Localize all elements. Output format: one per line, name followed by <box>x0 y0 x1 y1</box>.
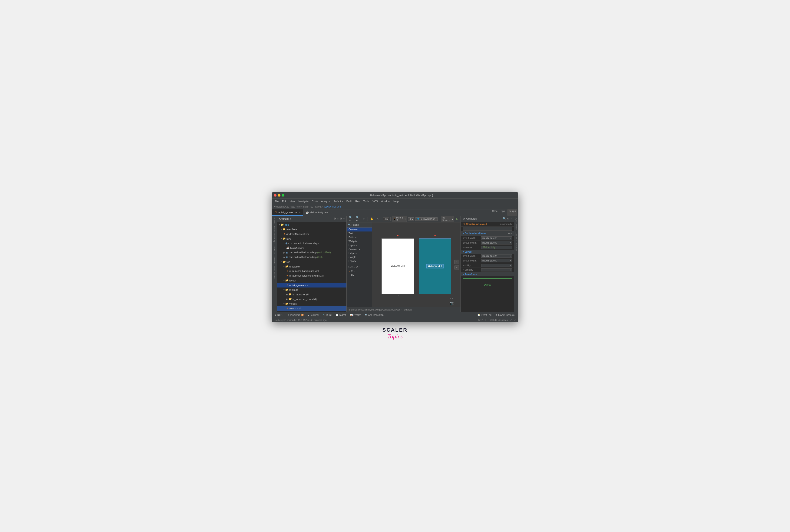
breadcrumb-constraint[interactable]: androidx.constraintlayout.widget.Constra… <box>349 308 400 311</box>
breadcrumb-res[interactable]: res <box>310 206 313 208</box>
menu-edit[interactable]: Edit <box>281 200 288 203</box>
menu-window[interactable]: Window <box>380 200 391 203</box>
project-strip-btn[interactable]: Project <box>273 217 276 225</box>
breadcrumb-app2[interactable]: app <box>291 206 295 208</box>
menu-analyze[interactable]: Analyze <box>320 200 331 203</box>
tree-manifests[interactable]: ▾ 📂 manifests <box>277 227 346 232</box>
sort-icon[interactable]: ≡ <box>337 217 339 220</box>
attr-lh-value[interactable]: match_parent ▾ <box>481 259 512 262</box>
adb-wifi-label[interactable]: ADB Wi-Fi <box>515 232 517 241</box>
menu-run[interactable]: Run <box>354 200 361 203</box>
tree-drawable[interactable]: ▾ 📂 drawable <box>277 264 346 269</box>
app-selector[interactable]: 🌐 HelloWorldApp ▾ <box>415 217 438 221</box>
tree-ic-launcher-round[interactable]: ▶ 📂 ic_launcher_round (6) <box>277 297 346 301</box>
screenshot-icon[interactable]: 📷 <box>449 301 454 305</box>
tab-main-activity[interactable]: ☕ MainActivity.java × <box>303 209 334 216</box>
breadcrumb-textview[interactable]: TextView <box>403 308 412 311</box>
attr-context-value[interactable]: .MainActivity <box>481 246 512 249</box>
menu-file[interactable]: File <box>273 200 280 203</box>
collapse-icon[interactable]: ▾ <box>463 232 464 235</box>
device-selector[interactable]: 📱 Pixel 3 XL ▾ <box>392 216 407 222</box>
menu-build[interactable]: Build <box>345 200 353 203</box>
tree-activity-main[interactable]: ✦ activity_main.xml <box>277 283 346 287</box>
menu-code[interactable]: Code <box>310 200 319 203</box>
app-inspection-tab[interactable]: 🔍 App Inspection <box>363 313 385 317</box>
menu-tools[interactable]: Tools <box>362 200 371 203</box>
attr-vis-value[interactable]: ▾ <box>481 264 512 267</box>
palette-layouts[interactable]: Layouts <box>347 243 372 247</box>
palette-common[interactable]: Common <box>347 228 372 231</box>
tree-ic-launcher[interactable]: ▶ 📂 ic_launcher (6) <box>277 292 346 297</box>
tree-ic-background[interactable]: ✦ ic_launcher_background.xml <box>277 269 346 273</box>
favorites-btn[interactable]: Favorites <box>273 255 276 265</box>
tree-package-main[interactable]: ▾ ◉ com.android.helloworldapp <box>277 241 346 246</box>
attr-vis2-value[interactable]: ▾ <box>481 268 512 271</box>
tree-app[interactable]: ▾ 📁 app <box>277 223 346 227</box>
attr-close-icon[interactable]: − <box>510 217 512 220</box>
minimize-button[interactable] <box>278 194 281 197</box>
breadcrumb-layout[interactable]: layout <box>315 206 322 208</box>
problems-tab[interactable]: ⚠ Problems 0 <box>286 313 306 317</box>
profiler-tab[interactable]: 📊 Profiler <box>348 313 363 317</box>
run-btn[interactable]: ▶ <box>455 217 459 221</box>
settings2-icon[interactable]: ⚙ <box>355 265 358 268</box>
menu-help[interactable]: Help <box>392 200 400 203</box>
tree-mainactivity[interactable]: ☕ MainActivity <box>277 246 346 250</box>
tree-package-androidtest[interactable]: ▶ ◉ com.android.helloworldapp (androidTe… <box>277 250 346 255</box>
tab-activity-main[interactable]: ⬡ activity_main.xml × <box>272 209 303 216</box>
structure-btn[interactable]: Structure <box>273 245 276 255</box>
add-attr-icon[interactable]: + <box>508 232 510 235</box>
resource-manager-btn[interactable]: Resource Manager <box>273 225 276 245</box>
zoom-in-btn[interactable]: 🔍+ <box>355 216 361 223</box>
tree-layout[interactable]: ▾ 📂 layout <box>277 278 346 283</box>
minimize-panel-icon[interactable]: − <box>343 217 345 220</box>
split-view-tab[interactable]: Split <box>499 209 506 216</box>
palette-containers[interactable]: Containers <box>347 247 372 251</box>
terminal-tab[interactable]: ▶ Terminal <box>306 313 321 317</box>
breadcrumb-file[interactable]: activity_main.xml <box>324 206 341 208</box>
project-panel-dropdown[interactable]: ▾ <box>290 217 291 220</box>
palette-helpers[interactable]: Helpers <box>347 251 372 255</box>
settings-icon[interactable]: ⚙ <box>333 217 336 220</box>
build-variants-btn[interactable]: Build Variants <box>273 266 276 280</box>
ct-ab[interactable]: Ab <box>347 273 372 277</box>
menu-navigate[interactable]: Navigate <box>297 200 310 203</box>
zoom-out-btn[interactable]: 🔍− <box>348 216 354 223</box>
tree-ic-foreground[interactable]: ✦ ic_launcher_foreground.xml (v24) <box>277 273 346 278</box>
search-icon[interactable]: 🔍 <box>503 217 506 220</box>
emulator-label[interactable]: Emulator <box>515 243 517 251</box>
tab-close-icon[interactable]: × <box>299 211 301 214</box>
layout-inspector-tab[interactable]: 🖥 Layout Inspector <box>493 313 517 317</box>
palette-text[interactable]: Text <box>347 231 372 235</box>
palette-google[interactable]: Google <box>347 255 372 259</box>
design-view-tab[interactable]: Design <box>507 209 517 216</box>
attr-settings-icon[interactable]: ⚙ <box>507 217 509 220</box>
attr-layout-height-value[interactable]: match_parent ▾ <box>481 241 512 245</box>
ct-constraint[interactable]: ↳ Con... <box>347 269 372 273</box>
todo-tab[interactable]: ≡ TODO <box>273 313 285 317</box>
logcat-tab[interactable]: 📋 Logcat <box>334 313 348 317</box>
layout-collapse-icon[interactable]: ▾ <box>463 250 464 253</box>
tree-values[interactable]: ▾ 📂 values <box>277 301 346 306</box>
gear-icon[interactable]: ⚙ <box>340 217 342 220</box>
remove-attr-icon[interactable]: − <box>510 232 512 235</box>
tree-mipmap[interactable]: ▾ 📂 mipmap <box>277 287 346 292</box>
palette-buttons[interactable]: Buttons <box>347 235 372 240</box>
no-devices-selector[interactable]: No Devices ▾ <box>441 216 454 222</box>
maximize-button[interactable] <box>282 194 284 197</box>
pan-tool-btn[interactable]: ✋ <box>369 217 374 221</box>
tree-package-test[interactable]: ▶ ◉ com.android.helloworldapp (test) <box>277 255 346 260</box>
close-button[interactable] <box>274 194 276 197</box>
close2-icon[interactable]: − <box>359 265 360 268</box>
menu-refactor[interactable]: Refactor <box>332 200 345 203</box>
code-view-tab[interactable]: Code <box>491 209 499 216</box>
menu-vcs[interactable]: VCS <box>371 200 379 203</box>
select-tool-btn[interactable]: ↖ <box>375 217 380 221</box>
api-selector[interactable]: 30 ▾ <box>408 217 414 221</box>
event-log-tab[interactable]: 📝 Event Log <box>476 313 493 317</box>
tab-main-close-icon[interactable]: × <box>330 211 332 214</box>
add-canvas-btn[interactable]: + <box>455 260 459 264</box>
design-canvas[interactable]: 📍 Hello World! ↕ 📍 Hello World! <box>372 223 461 307</box>
tree-colors[interactable]: ✦ colors.xml <box>277 306 346 311</box>
zoom-fit-btn[interactable]: ⊡ <box>362 217 366 221</box>
